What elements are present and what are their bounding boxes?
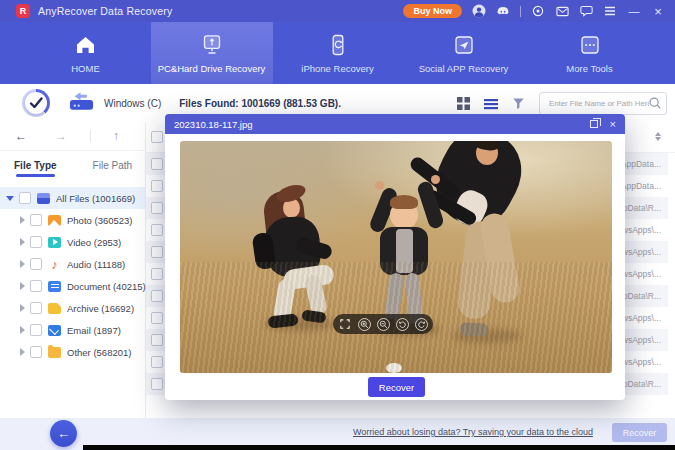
video-icon	[48, 237, 61, 248]
grid-view-button[interactable]	[457, 97, 470, 110]
checkbox[interactable]	[151, 202, 163, 214]
photo-shape	[390, 195, 418, 209]
photo-shape	[267, 313, 298, 328]
checkbox[interactable]	[30, 214, 42, 226]
support-icon[interactable]	[531, 4, 545, 18]
checkbox[interactable]	[151, 356, 163, 368]
nav-tab-label: HOME	[71, 63, 100, 74]
tree-item-document[interactable]: Document (40215)	[0, 275, 145, 297]
checkbox[interactable]	[151, 312, 163, 324]
checkbox[interactable]	[151, 246, 163, 258]
iphone-icon	[326, 33, 350, 57]
photo-shape	[264, 317, 334, 331]
search-input[interactable]	[547, 98, 651, 109]
caret-right-icon[interactable]	[20, 348, 25, 356]
tree-item-audio[interactable]: ♪Audio (11188)	[0, 253, 145, 275]
nav-tab-more-tools[interactable]: More Tools	[529, 22, 651, 84]
checkbox[interactable]	[19, 192, 31, 204]
forward-button[interactable]: →	[54, 129, 68, 143]
checkbox[interactable]	[151, 268, 163, 280]
preview-close-button[interactable]: ×	[610, 119, 616, 130]
maximize-button[interactable]	[590, 120, 598, 128]
file-type-tree: All Files (1001669)Photo (360523)Video (…	[0, 187, 145, 363]
titlebar: R AnyRecover Data Recovery Buy Now	[0, 0, 675, 22]
checkbox[interactable]	[30, 346, 42, 358]
photo-shape	[460, 322, 489, 337]
zoom-out-button[interactable]	[377, 318, 390, 331]
checkbox[interactable]	[30, 324, 42, 336]
up-button[interactable]: ↑	[109, 129, 123, 143]
zoom-in-button[interactable]	[358, 318, 371, 331]
photo-shape	[304, 274, 328, 316]
checkbox[interactable]	[151, 378, 163, 390]
buy-now-button[interactable]: Buy Now	[403, 4, 462, 18]
sort-button[interactable]	[653, 131, 663, 142]
sidebar: ← → ↑ File Type File Path All Files (100…	[0, 122, 146, 418]
checkbox[interactable]	[151, 224, 163, 236]
caret-right-icon[interactable]	[20, 238, 25, 246]
checkbox[interactable]	[30, 258, 42, 270]
footer-recover-button[interactable]: Recover	[612, 423, 667, 442]
rotate-right-button[interactable]	[415, 318, 428, 331]
tree-item-drive[interactable]: All Files (1001669)	[0, 187, 145, 209]
email-icon	[48, 325, 61, 336]
sidebar-nav: ← → ↑	[0, 122, 145, 151]
caret-right-icon[interactable]	[20, 282, 25, 290]
nav-tab-pc-hard-drive-recovery[interactable]: PC&Hard Drive Recovery	[151, 22, 273, 84]
preview-modal: 202310.18-117.jpg × Recover	[165, 114, 625, 400]
tree-item-label: Audio (11188)	[67, 259, 125, 270]
nav-tab-home[interactable]: HOME	[25, 22, 147, 84]
tree-item-archive[interactable]: Archive (16692)	[0, 297, 145, 319]
social-app-icon	[452, 33, 476, 57]
checkbox[interactable]	[30, 280, 42, 292]
photo-shape	[478, 211, 521, 304]
photo-shape	[396, 229, 413, 273]
photo-shape	[283, 264, 335, 291]
menu-icon[interactable]	[603, 4, 617, 18]
search-icon[interactable]	[648, 96, 662, 110]
checkbox[interactable]	[30, 302, 42, 314]
caret-right-icon[interactable]	[20, 326, 25, 334]
select-all-checkbox[interactable]	[151, 131, 163, 143]
caret-right-icon[interactable]	[20, 304, 25, 312]
tab-file-type[interactable]: File Type	[14, 160, 57, 171]
nav-tab-label: iPhone Recovery	[301, 63, 373, 74]
caret-right-icon[interactable]	[20, 216, 25, 224]
fit-screen-button[interactable]	[339, 318, 352, 331]
tree-item-label: Archive (16692)	[67, 303, 134, 314]
app-title: AnyRecover Data Recovery	[38, 5, 172, 17]
checkbox[interactable]	[30, 236, 42, 248]
filter-icon[interactable]	[512, 97, 525, 110]
preview-modal-titlebar: 202310.18-117.jpg ×	[165, 114, 625, 134]
avatar-icon[interactable]	[472, 4, 486, 18]
tree-item-label: Document (40215)	[67, 281, 146, 292]
tree-item-other[interactable]: Other (568201)	[0, 341, 145, 363]
photo-shape	[272, 278, 296, 322]
checkbox[interactable]	[151, 158, 163, 170]
checkbox[interactable]	[151, 290, 163, 302]
nav-tab-iphone-recovery[interactable]: iPhone Recovery	[277, 22, 399, 84]
caret-down-icon[interactable]	[6, 196, 14, 201]
checkbox[interactable]	[151, 180, 163, 192]
close-button[interactable]: ×	[651, 4, 665, 18]
mail-icon[interactable]	[555, 4, 569, 18]
chat-icon[interactable]	[579, 4, 593, 18]
tab-file-path[interactable]: File Path	[93, 160, 132, 171]
discord-icon[interactable]	[496, 4, 510, 18]
divider	[90, 130, 91, 142]
checkbox[interactable]	[151, 334, 163, 346]
list-view-button[interactable]	[484, 98, 498, 110]
more-tools-icon	[578, 33, 602, 57]
back-button[interactable]: ←	[14, 129, 28, 143]
preview-filename: 202310.18-117.jpg	[174, 119, 253, 130]
minimize-button[interactable]: —	[627, 4, 641, 18]
cloud-backup-link[interactable]: Worried about losing data? Try saving yo…	[353, 427, 593, 437]
tree-item-video[interactable]: Video (2953)	[0, 231, 145, 253]
footer-back-button[interactable]: ←	[50, 420, 77, 447]
nav-tab-social-app-recovery[interactable]: Social APP Recovery	[403, 22, 525, 84]
preview-recover-button[interactable]: Recover	[368, 377, 425, 397]
tree-item-photo[interactable]: Photo (360523)	[0, 209, 145, 231]
rotate-left-button[interactable]	[396, 318, 409, 331]
caret-right-icon[interactable]	[20, 260, 25, 268]
tree-item-email[interactable]: Email (1897)	[0, 319, 145, 341]
